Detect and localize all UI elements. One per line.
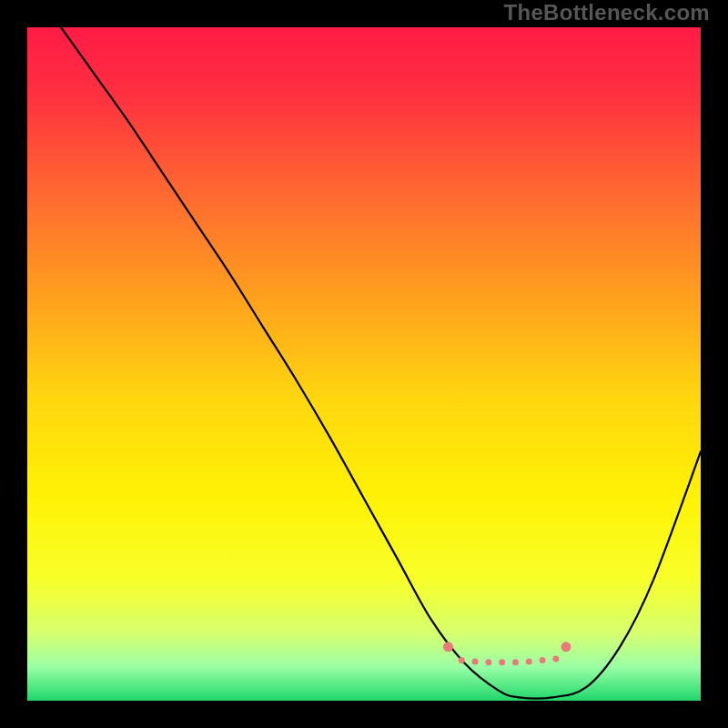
highlight-marker xyxy=(526,659,532,665)
highlight-marker xyxy=(552,656,559,662)
highlight-marker xyxy=(459,657,465,663)
highlight-marker xyxy=(485,659,491,665)
highlight-marker xyxy=(499,659,505,665)
highlight-marker xyxy=(472,659,479,665)
highlight-marker xyxy=(540,657,546,663)
highlight-marker xyxy=(561,642,571,652)
bottleneck-chart xyxy=(27,27,701,701)
highlight-marker xyxy=(512,659,519,665)
watermark-text: TheBottleneck.com xyxy=(504,0,710,25)
chart-background xyxy=(27,27,701,701)
highlight-marker xyxy=(443,642,453,652)
